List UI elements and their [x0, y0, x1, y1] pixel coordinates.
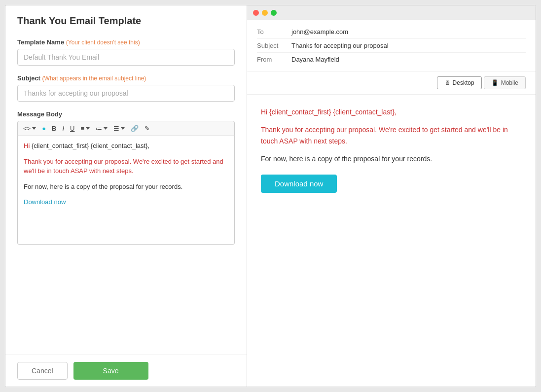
email-subject-label: Subject — [257, 42, 291, 49]
subject-label: Subject (What appears in the email subje… — [17, 74, 235, 82]
desktop-view-button[interactable]: 🖥 Desktop — [437, 76, 482, 89]
editor-greeting: Hi Hi {client_contact_first} {client_con… — [24, 141, 228, 151]
message-body-group: Message Body <> ● B — [17, 110, 235, 245]
email-body-preview: Hi {client_contact_first} {client_contac… — [247, 95, 536, 205]
view-toggle: 🖥 Desktop 📱 Mobile — [247, 71, 536, 95]
editor-para1: Thank you for accepting our proposal. We… — [24, 157, 228, 176]
code-chevron-icon — [32, 127, 36, 130]
right-panel: To john@example.com Subject Thanks for a… — [247, 5, 536, 387]
template-name-group: Template Name (Your client doesn't see t… — [17, 38, 235, 66]
greeting-hi: Hi — [24, 142, 32, 149]
cancel-button[interactable]: Cancel — [17, 362, 68, 380]
link-icon: 🔗 — [131, 125, 139, 132]
eraser-icon: ✎ — [144, 125, 150, 132]
email-from-row: From Dayana Mayfield — [257, 53, 526, 66]
panel-title: Thank You Email Template — [17, 15, 235, 27]
subject-note: (What appears in the email subject line) — [42, 75, 146, 82]
outer-container: Thank You Email Template Template Name (… — [0, 0, 541, 392]
email-headers: To john@example.com Subject Thanks for a… — [247, 20, 536, 71]
template-name-note: (Your client doesn't see this) — [66, 39, 140, 46]
email-to-value: john@example.com — [291, 28, 348, 36]
mac-close-button[interactable] — [253, 10, 259, 16]
email-subject-row: Subject Thanks for accepting our proposa… — [257, 39, 526, 53]
mobile-icon: 📱 — [491, 79, 499, 86]
editor-download-link[interactable]: Download now — [24, 198, 66, 206]
subject-group: Subject (What appears in the email subje… — [17, 74, 235, 102]
message-body-label: Message Body — [17, 110, 235, 118]
mac-minimize-button[interactable] — [262, 10, 268, 16]
align-button[interactable]: ≡ — [78, 123, 92, 134]
underline-button[interactable]: U — [68, 123, 77, 134]
editor-area[interactable]: Hi Hi {client_contact_first} {client_con… — [17, 136, 235, 245]
email-preview-wrapper: To john@example.com Subject Thanks for a… — [247, 20, 536, 387]
align-chevron-icon — [86, 127, 90, 130]
italic-button[interactable]: I — [60, 123, 67, 134]
subject-input[interactable] — [17, 85, 235, 102]
eraser-button[interactable]: ✎ — [142, 123, 152, 134]
bottom-bar: Cancel Save — [5, 355, 247, 387]
unordered-list-button[interactable]: ☰ — [111, 123, 127, 134]
mac-maximize-button[interactable] — [271, 10, 277, 16]
preview-para2: For now, here is a copy of the proposal … — [261, 153, 522, 164]
template-name-label: Template Name (Your client doesn't see t… — [17, 38, 235, 46]
code-button[interactable]: <> — [21, 123, 38, 134]
save-button[interactable]: Save — [73, 362, 148, 380]
mac-titlebar — [247, 5, 536, 20]
ordered-list-button[interactable]: ≔ — [93, 123, 110, 134]
email-subject-value: Thanks for accepting our proposal — [291, 42, 389, 49]
link-button[interactable]: 🔗 — [128, 123, 141, 134]
bold-button[interactable]: B — [49, 123, 59, 134]
left-scroll-area: Thank You Email Template Template Name (… — [5, 5, 247, 355]
editor-para2: For now, here is a copy of the proposal … — [24, 182, 228, 192]
desktop-icon: 🖥 — [444, 79, 450, 86]
main-wrapper: Thank You Email Template Template Name (… — [5, 5, 536, 387]
email-from-label: From — [257, 56, 291, 63]
left-panel: Thank You Email Template Template Name (… — [5, 5, 247, 387]
unordered-list-chevron-icon — [121, 127, 125, 130]
email-to-label: To — [257, 28, 291, 36]
preview-greeting: Hi {client_contact_first} {client_contac… — [261, 107, 522, 117]
preview-download-button[interactable]: Download now — [261, 175, 337, 193]
ordered-list-chevron-icon — [104, 127, 108, 130]
preview-para1: Thank you for accepting our proposal. We… — [261, 124, 522, 146]
color-button[interactable]: ● — [39, 123, 48, 134]
email-from-value: Dayana Mayfield — [291, 56, 339, 63]
email-to-row: To john@example.com — [257, 25, 526, 39]
editor-toolbar: <> ● B I U — [17, 121, 235, 136]
mobile-view-button[interactable]: 📱 Mobile — [484, 76, 526, 89]
template-name-input[interactable] — [17, 49, 235, 66]
